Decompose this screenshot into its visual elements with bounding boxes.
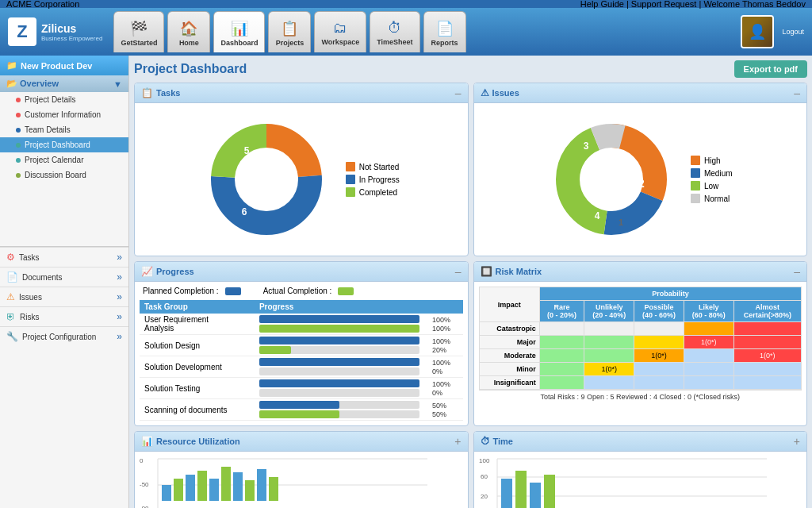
logo: Z Zilicus Business Empowered (8, 17, 102, 46)
resource-title: Resource Utilization (156, 437, 240, 446)
nav-timesheet[interactable]: ⏱ TimeSheet (370, 11, 419, 52)
risk-table: Impact Probability Rare(0 - 20%) Unlikel… (479, 287, 802, 390)
risk-icon: 🔲 (481, 266, 492, 277)
risk-row-insignificant: Insignificant (479, 376, 802, 390)
risk-panel-header: 🔲 Risk Matrix – (474, 262, 807, 282)
sidebar-item-discussion-board[interactable]: Discussion Board (0, 167, 128, 183)
resource-collapse-button[interactable]: + (454, 435, 461, 448)
progress-legend-row: Planned Completion : Actual Completion : (140, 287, 463, 295)
risk-body: Impact Probability Rare(0 - 20%) Unlikel… (474, 282, 807, 408)
svg-text:100: 100 (479, 457, 490, 464)
svg-rect-27 (209, 479, 219, 501)
issues-legend: High Medium Low (691, 156, 733, 203)
logo-icon: Z (8, 17, 36, 46)
top-links[interactable]: Help Guide | Support Request | Welcome T… (580, 0, 806, 9)
resource-panel-header: 📊 Resource Utilization + (135, 432, 468, 452)
risk-row-minor: Minor 1(0*) (479, 363, 802, 376)
legend-normal: Normal (691, 194, 733, 203)
progress-row-5: Scanning of documents (140, 399, 463, 421)
legend-medium: Medium (691, 168, 733, 178)
col-progress: Progress (255, 300, 424, 314)
content-area: 📁 New Product Dev 📂 Overview ▼ Project D… (0, 56, 812, 508)
nav-home[interactable]: 🏠 Home (167, 11, 210, 52)
tasks-panel-header: 📋 Tasks – (135, 83, 468, 103)
svg-rect-44 (544, 475, 555, 508)
svg-rect-29 (233, 472, 243, 501)
resource-chart: 0 -50 -90 (138, 455, 431, 508)
project-title: 📁 New Product Dev (0, 56, 128, 75)
issues-body: 3 2 4 1 High Medium (474, 103, 807, 256)
nav-projects[interactable]: 📋 Projects (268, 11, 311, 52)
sidebar-item-team-details[interactable]: Team Details (0, 122, 128, 137)
progress-row-1: User RequirementAnalysis (140, 314, 463, 335)
progress-icon: 📈 (141, 266, 153, 277)
dot-blue (16, 128, 21, 133)
svg-text:-50: -50 (140, 481, 149, 488)
time-panel-header: ⏱ Time + (474, 432, 807, 452)
time-body: 100 60 20 (474, 452, 807, 508)
company-name: ACME Corporation (6, 0, 79, 9)
sidebar-bottom-documents[interactable]: 📄 Documents » (0, 267, 128, 287)
issues-panel-header: ⚠ Issues – (474, 83, 807, 103)
risk-matrix-panel: 🔲 Risk Matrix – Impact Probability (473, 261, 808, 426)
tasks-panel: 📋 Tasks – (134, 83, 469, 256)
svg-text:60: 60 (481, 473, 488, 480)
issues-panel: ⚠ Issues – (473, 83, 808, 256)
time-icon: ⏱ (481, 436, 490, 447)
sidebar-bottom-project-config[interactable]: 🔧 Project Configuration » (0, 326, 128, 346)
svg-rect-30 (245, 480, 255, 501)
impact-header: Impact (479, 287, 539, 322)
col-task-group: Task Group (140, 300, 255, 314)
page-title: Project Dashboard (134, 62, 247, 76)
nav-dashboard[interactable]: 📊 Dashboard (213, 11, 265, 52)
nav-getstarted[interactable]: 🏁 GetStarted (113, 11, 164, 52)
issues-collapse-button[interactable]: – (794, 87, 800, 99)
svg-rect-41 (501, 479, 512, 508)
issues-donut-container: 3 2 4 1 High Medium (479, 108, 802, 251)
sidebar-bottom: ⚙ Tasks » 📄 Documents » ⚠ Issues » ⛨ Ris… (0, 246, 128, 346)
sidebar-item-customer-info[interactable]: Customer Information (0, 107, 128, 122)
avatar: 👤 (741, 15, 774, 48)
tasks-title: Tasks (156, 88, 180, 98)
sidebar-item-project-dashboard[interactable]: Project Dashboard (0, 137, 128, 152)
logo-text: Zilicus (41, 22, 102, 35)
top-bar: ACME Corporation Help Guide | Support Re… (0, 0, 812, 8)
sidebar-bottom-risks[interactable]: ⛨ Risks » (0, 306, 128, 326)
resource-panel: 📊 Resource Utilization + 0 -50 -90 (134, 431, 469, 508)
legend-high: High (691, 156, 733, 165)
time-panel: ⏱ Time + 100 60 20 (473, 431, 808, 508)
progress-row-3: Solution Development (140, 356, 463, 378)
tasks-legend: Not Started In Progress Completed (346, 162, 400, 197)
progress-title: Progress (156, 267, 194, 276)
tasks-icon: 📋 (141, 87, 153, 98)
progress-row-2: Solution Design (140, 335, 463, 356)
progress-collapse-button[interactable]: – (455, 265, 462, 278)
dot-red (16, 98, 21, 102)
logout-button[interactable]: Logout (782, 28, 804, 36)
legend-in-progress: In Progress (346, 175, 400, 184)
svg-rect-26 (197, 471, 207, 501)
export-button[interactable]: Export to pdf (734, 60, 807, 78)
nav-reports[interactable]: 📄 Reports (423, 11, 466, 52)
progress-table-container: Task Group Progress User RequirementAnal… (140, 300, 463, 421)
risk-collapse-button[interactable]: – (794, 265, 800, 278)
issues-icon: ⚠ (481, 87, 489, 98)
sidebar-section-title[interactable]: 📂 Overview ▼ (0, 75, 128, 92)
time-collapse-button[interactable]: + (794, 435, 800, 448)
sidebar-item-project-calendar[interactable]: Project Calendar (0, 152, 128, 167)
progress-row-4: Solution Testing (140, 378, 463, 399)
nav-workspace[interactable]: 🗂 Workspace (314, 11, 366, 52)
svg-text:-90: -90 (140, 505, 149, 508)
tasks-collapse-button[interactable]: – (455, 87, 462, 99)
svg-text:6: 6 (241, 206, 247, 217)
tasks-donut-container: 5 11 6 Not Started In Progress (140, 108, 463, 251)
sidebar-bottom-tasks[interactable]: ⚙ Tasks » (0, 247, 128, 267)
sidebar-item-project-details[interactable]: Project Details (0, 92, 128, 107)
dot-green (16, 143, 21, 148)
main-panel: Project Dashboard Export to pdf 📋 Tasks … (129, 56, 812, 508)
svg-text:11: 11 (284, 173, 297, 186)
sidebar-bottom-issues[interactable]: ⚠ Issues » (0, 287, 128, 306)
dot-teal (16, 158, 21, 163)
project-title-text: New Product Dev (21, 61, 92, 71)
svg-text:0: 0 (140, 457, 144, 464)
